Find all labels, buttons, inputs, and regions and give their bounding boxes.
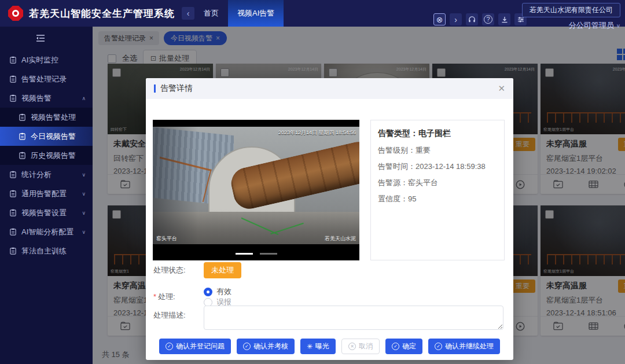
button-icon (243, 343, 251, 350)
sidebar-item-今日视频告警[interactable]: 今日视频告警 (0, 127, 93, 146)
alarm-video-frame[interactable]: 2023年12月14日 星期四 18:54:56 窑头平台 若羌天山水泥 (153, 120, 359, 260)
button-label: 确定 (402, 341, 416, 351)
sidebar-item-label: 算法自主训练 (21, 246, 67, 256)
sidebar-item-label: 视频告警设置 (21, 208, 67, 218)
carousel-dot[interactable] (260, 253, 277, 255)
sidebar-item-视频告警设置[interactable]: 视频告警设置 ∨ (0, 203, 93, 222)
radio-option[interactable]: 有效 (204, 286, 231, 297)
role-dropdown[interactable]: 分公司管理员∨ (522, 20, 620, 31)
alarm-level-line: 告警级别：重要 (378, 145, 497, 156)
button-icon (307, 343, 312, 350)
role-label: 分公司管理员 (569, 21, 614, 30)
modal-header: 告警详情 (146, 78, 513, 99)
button-label: 曝光 (315, 341, 329, 351)
button-icon (435, 343, 442, 350)
modal-title: 告警详情 (160, 83, 193, 94)
modal-button[interactable]: 确认并继续处理 (428, 339, 500, 354)
sidebar-item-算法自主训练[interactable]: 算法自主训练 (0, 241, 93, 260)
status-badge: 未处理 (204, 262, 241, 278)
snapshot-shading (153, 127, 359, 244)
chevron-right-icon[interactable] (450, 13, 462, 25)
sidebar-item-label: 视频告警处理 (31, 112, 76, 123)
account-area: 若羌天山水泥有限责任公司 分公司管理员∨ (522, 3, 620, 31)
sidebar-item-label: 今日视频告警 (31, 131, 76, 142)
modal-button[interactable]: 确定 (385, 339, 422, 354)
sidebar-item-视频告警处理[interactable]: 视频告警处理 (0, 108, 93, 127)
sidebar-item-label: 告警处理记录 (21, 74, 67, 84)
top-header: 若羌天山智能安全生产管理系统 ‹ 首页 视频AI告警 若羌天山水泥有限责任公司 … (0, 0, 625, 27)
camera-timestamp: 2023年12月14日 星期四 18:54:56 (278, 129, 356, 137)
sidebar-item-label: 通用告警配置 (21, 189, 67, 199)
headset-icon[interactable] (466, 13, 478, 25)
confidence-line: 置信度：95 (378, 194, 497, 204)
app-root: 若羌天山智能安全生产管理系统 ‹ 首页 视频AI告警 若羌天山水泥有限责任公司 … (0, 0, 625, 364)
help-icon[interactable] (482, 13, 494, 25)
carousel-indicator (153, 253, 359, 255)
chevron-icon: ∨ (82, 172, 86, 178)
button-icon (392, 343, 399, 350)
button-icon (166, 343, 173, 350)
button-label: 确认并继续处理 (445, 341, 494, 351)
button-icon (348, 343, 356, 350)
sidebar-item-label: 视频告警 (21, 93, 52, 104)
handle-label: *处理: (153, 292, 204, 302)
sidebar-item-视频告警[interactable]: 视频告警 ∧ (0, 89, 93, 108)
radio-label: 有效 (216, 286, 231, 297)
alarm-time-line: 告警时间：2023-12-14 18:59:38 (378, 161, 497, 172)
nav-video-ai-alarm[interactable]: 视频AI告警 (228, 0, 284, 27)
modal-footer-buttons: 确认并登记问题 确认并考核 曝光 取消 确定 确认并继续处理 (146, 339, 513, 354)
handle-row: *处理: 有效 误报 (153, 286, 247, 307)
company-selector[interactable]: 若羌天山水泥有限责任公司 (522, 3, 620, 17)
camera-watermark-right: 若羌天山水泥 (325, 235, 356, 242)
button-label: 确认并登记问题 (176, 341, 225, 351)
sidebar-item-label: AI智能分析配置 (21, 227, 73, 237)
modal-button[interactable]: 曝光 (300, 339, 336, 354)
nav-home[interactable]: 首页 (194, 0, 228, 27)
alarm-info-panel: 告警类型：电子围栏 告警级别：重要 告警时间：2023-12-14 18:59:… (370, 120, 505, 260)
radio-dot (204, 288, 212, 296)
sidebar-item-统计分析[interactable]: 统计分析 ∨ (0, 165, 93, 184)
required-mark: * (153, 292, 156, 301)
camera-watermark-left: 窑头平台 (156, 235, 177, 242)
carousel-dot-active[interactable] (236, 253, 253, 255)
app-logo-icon (8, 6, 23, 21)
sidebar-item-label: 历史视频告警 (31, 150, 76, 161)
sidebar-collapse-icon[interactable] (0, 27, 93, 50)
header-icon-row (433, 13, 527, 25)
app-title: 若羌天山智能安全生产管理系统 (29, 7, 175, 20)
status-row: 处理状态: 未处理 (153, 262, 241, 278)
alarm-source-line: 告警源：窑头平台 (378, 178, 497, 188)
download-icon[interactable] (498, 13, 510, 25)
title-accent-bar (154, 84, 156, 93)
sidebar-menu: AI实时监控 告警处理记录 视频告警 ∧ 视频告警处理 今日视频告警 历史视频告… (0, 50, 93, 260)
description-label: 处理描述: (153, 310, 204, 321)
alarm-detail-modal: 告警详情 ✕ 2023年12月14日 星期四 18:54:56 窑头平台 若羌天… (146, 78, 513, 360)
status-label: 处理状态: (153, 265, 204, 275)
exit-fullscreen-icon[interactable] (433, 13, 446, 25)
sidebar-item-AI实时监控[interactable]: AI实时监控 (0, 50, 93, 69)
sidebar-item-label: 统计分析 (21, 170, 52, 180)
description-row: 处理描述: (153, 310, 204, 321)
sidebar: AI实时监控 告警处理记录 视频告警 ∧ 视频告警处理 今日视频告警 历史视频告… (0, 27, 93, 364)
description-textarea[interactable] (204, 306, 503, 330)
alarm-type-line: 告警类型：电子围栏 (378, 128, 497, 139)
sidebar-item-通用告警配置[interactable]: 通用告警配置 ∨ (0, 184, 93, 203)
sidebar-item-AI智能分析配置[interactable]: AI智能分析配置 ∨ (0, 222, 93, 241)
chevron-icon: ∨ (82, 191, 86, 197)
close-icon[interactable]: ✕ (498, 83, 505, 94)
alarm-snapshot: 2023年12月14日 星期四 18:54:56 窑头平台 若羌天山水泥 (153, 127, 359, 244)
modal-button[interactable]: 确认并考核 (237, 339, 295, 354)
chevron-down-icon: ∨ (616, 23, 620, 29)
modal-button[interactable]: 取消 (341, 339, 380, 354)
sidebar-item-告警处理记录[interactable]: 告警处理记录 (0, 69, 93, 89)
sidebar-item-label: AI实时监控 (21, 55, 58, 65)
handle-radio-group: 有效 误报 (204, 286, 247, 307)
sidebar-item-历史视频告警[interactable]: 历史视频告警 (0, 146, 93, 165)
chevron-icon: ∨ (82, 210, 86, 216)
nav-collapse-icon[interactable]: ‹ (182, 7, 194, 20)
chevron-icon: ∧ (82, 95, 86, 101)
button-label: 确认并考核 (253, 341, 288, 351)
modal-button[interactable]: 确认并登记问题 (159, 339, 231, 354)
button-label: 取消 (359, 341, 373, 351)
chevron-icon: ∨ (82, 229, 86, 235)
